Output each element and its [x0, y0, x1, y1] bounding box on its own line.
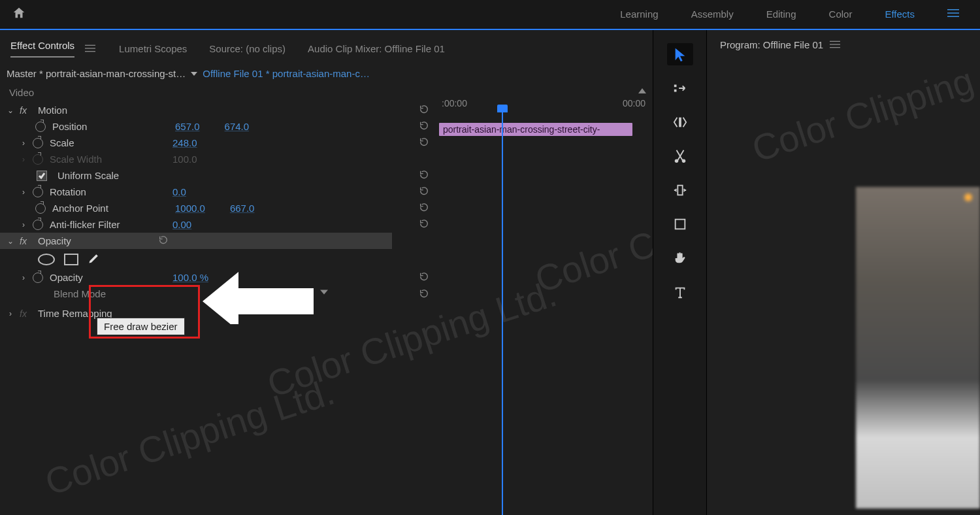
workspace-tabs: Learning Assembly Editing Color Effects — [620, 8, 968, 20]
anchor-y[interactable]: 667.0 — [230, 203, 255, 214]
scale-width-value: 100.0 — [172, 154, 197, 165]
reset-icon[interactable] — [419, 202, 429, 214]
scale-label: Scale — [50, 137, 167, 148]
reset-icon[interactable] — [419, 271, 429, 284]
svg-rect-4 — [85, 48, 95, 48]
annotation-arrow-icon — [203, 265, 314, 326]
stopwatch-icon[interactable] — [35, 203, 46, 214]
video-section: Video — [0, 83, 653, 102]
reset-icon[interactable] — [419, 218, 429, 231]
svg-rect-15 — [830, 44, 840, 44]
svg-rect-9 — [679, 118, 681, 127]
reset-icon[interactable] — [419, 169, 429, 182]
anchor-point-label: Anchor Point — [52, 203, 170, 214]
ripple-edit-tool-icon[interactable] — [667, 111, 693, 133]
video-section-label: Video — [9, 87, 34, 98]
caret-right-icon[interactable]: › — [20, 188, 27, 197]
caret-right-icon[interactable]: › — [20, 220, 27, 229]
tooltip: Free draw bezier — [97, 318, 185, 335]
stopwatch-icon[interactable] — [33, 220, 43, 230]
tab-lumetri-scopes[interactable]: Lumetri Scopes — [119, 43, 187, 54]
svg-rect-7 — [674, 85, 676, 88]
workspace-learning[interactable]: Learning — [620, 8, 658, 20]
svg-marker-6 — [203, 272, 314, 324]
svg-rect-1 — [947, 12, 959, 14]
position-label: Position — [52, 121, 170, 132]
caret-right-icon[interactable]: › — [20, 273, 27, 282]
antiflicker-value[interactable]: 0.00 — [172, 219, 191, 230]
rectangle-mask-icon[interactable] — [64, 254, 78, 265]
caret-down-icon[interactable]: ⌄ — [7, 106, 14, 115]
stopwatch-icon[interactable] — [33, 273, 43, 283]
uniform-scale-checkbox[interactable] — [37, 171, 47, 181]
ellipse-mask-icon[interactable] — [38, 254, 55, 265]
panel-tabs: Effect Controls Lumetri Scopes Source: (… — [0, 30, 653, 60]
track-select-forward-tool-icon[interactable] — [667, 77, 693, 99]
razor-tool-icon[interactable] — [667, 145, 693, 167]
scale-value[interactable]: 248.0 — [172, 137, 197, 148]
hand-tool-icon[interactable] — [667, 247, 693, 269]
tab-source[interactable]: Source: (no clips) — [209, 43, 286, 54]
panel-menu-icon[interactable] — [830, 39, 840, 50]
reset-icon[interactable] — [419, 288, 429, 301]
anchor-x[interactable]: 1000.0 — [175, 203, 205, 214]
caret-right-icon: › — [20, 155, 27, 164]
slip-tool-icon[interactable] — [667, 179, 693, 201]
master-clip-name[interactable]: Master * portrait-asian-man-crossing-st… — [7, 68, 186, 79]
svg-rect-2 — [947, 16, 959, 18]
reset-icon[interactable] — [158, 235, 169, 247]
svg-rect-8 — [674, 90, 676, 92]
scale-width-label: Scale Width — [50, 154, 167, 165]
antiflicker-label: Anti-flicker Filter — [50, 219, 167, 230]
caret-down-icon[interactable]: ⌄ — [7, 237, 14, 246]
uniform-scale-label: Uniform Scale — [57, 170, 175, 181]
workspace-menu-icon[interactable] — [947, 8, 959, 20]
rectangle-tool-icon[interactable] — [667, 213, 693, 235]
watermark: Color Clipping Ltd. — [40, 370, 339, 503]
tool-strip — [653, 30, 707, 515]
position-x[interactable]: 657.0 — [175, 121, 200, 132]
tab-effect-controls[interactable]: Effect Controls — [10, 40, 74, 58]
fx-badge-icon[interactable]: fx — [20, 105, 31, 116]
program-viewer[interactable] — [856, 187, 980, 508]
type-tool-icon[interactable] — [667, 281, 693, 303]
workspace-assembly[interactable]: Assembly — [691, 8, 734, 20]
stopwatch-icon[interactable] — [33, 138, 43, 148]
svg-rect-3 — [85, 44, 95, 45]
motion-label[interactable]: Motion — [38, 105, 155, 116]
chevron-down-icon — [320, 287, 328, 298]
svg-rect-13 — [675, 220, 685, 229]
caret-right-icon[interactable]: › — [20, 139, 27, 148]
collapse-arrow-icon[interactable] — [638, 88, 646, 93]
workspace-effects[interactable]: Effects — [885, 8, 915, 20]
selection-tool-icon[interactable] — [667, 43, 693, 65]
svg-point-11 — [681, 159, 685, 163]
reset-icon[interactable] — [419, 137, 429, 149]
stopwatch-icon — [33, 154, 43, 165]
stopwatch-icon[interactable] — [33, 187, 43, 197]
stopwatch-icon[interactable] — [35, 122, 46, 132]
reset-icon[interactable] — [419, 104, 429, 116]
svg-point-10 — [674, 159, 678, 163]
position-y[interactable]: 674.0 — [225, 121, 250, 132]
tab-audio-clip-mixer[interactable]: Audio Clip Mixer: Offline File 01 — [308, 43, 445, 54]
svg-rect-0 — [947, 9, 959, 10]
opacity-prop-label: Opacity — [50, 272, 167, 283]
reset-icon[interactable] — [419, 120, 429, 133]
fx-badge-icon[interactable]: fx — [20, 308, 31, 319]
caret-right-icon[interactable]: › — [7, 309, 14, 318]
workspace-editing[interactable]: Editing — [766, 8, 796, 20]
rotation-value[interactable]: 0.0 — [172, 186, 186, 197]
rotation-label: Rotation — [50, 186, 167, 197]
svg-rect-14 — [830, 41, 840, 42]
home-icon[interactable] — [12, 6, 26, 22]
fx-badge-icon[interactable]: fx — [20, 236, 31, 246]
workspace-color[interactable]: Color — [829, 8, 853, 20]
sequence-clip-name[interactable]: Offline File 01 * portrait-asian-man-c… — [203, 68, 370, 79]
reset-icon[interactable] — [419, 186, 429, 198]
chevron-down-icon[interactable] — [191, 68, 197, 79]
pen-mask-icon[interactable] — [88, 252, 101, 267]
opacity-label[interactable]: Opacity — [38, 235, 155, 246]
svg-rect-12 — [678, 186, 682, 195]
blend-mode-label: Blend Mode — [54, 288, 106, 299]
